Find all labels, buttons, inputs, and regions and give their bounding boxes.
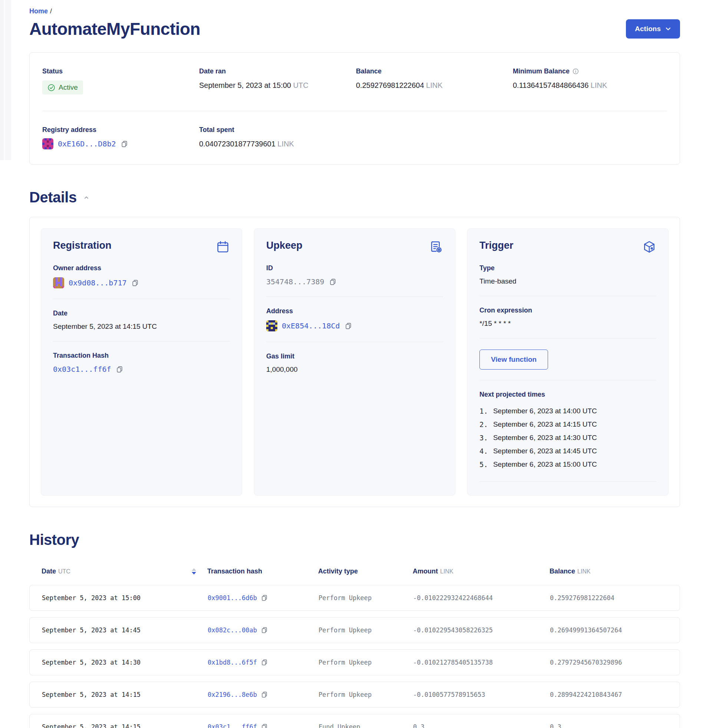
history-heading: History [29, 532, 79, 548]
title-row: AutomateMyFunction Actions [29, 19, 680, 39]
gas-limit-field: Gas limit 1,000,000 [266, 352, 443, 374]
projected-time-item: 3.September 6, 2023 at 14:30 UTC [479, 431, 656, 445]
divider [266, 342, 443, 342]
owner-identicon [53, 277, 64, 288]
table-row: September 5, 2023 at 14:30 0x1bd8...6f5f… [29, 649, 680, 675]
copy-icon[interactable] [344, 322, 352, 330]
owner-address-label: Owner address [53, 264, 230, 272]
row-transaction-hash: 0x082c...00ab [208, 627, 318, 634]
column-header-date[interactable]: DateUTC [42, 568, 207, 575]
transaction-hash-link[interactable]: 0x03c1...ff6f [208, 723, 257, 728]
date-ran-field: Date ran September 5, 2023 at 15:00 UTC [199, 68, 356, 94]
copy-icon[interactable] [131, 279, 139, 287]
copy-icon[interactable] [120, 140, 128, 148]
details-heading: Details [29, 189, 77, 206]
row-activity-type: Perform Upkeep [318, 627, 413, 634]
gas-limit-value: 1,000,000 [266, 365, 443, 374]
divider [266, 296, 443, 297]
registration-date-label: Date [53, 309, 230, 317]
owner-address-link[interactable]: 0x9d08...b717 [69, 278, 127, 287]
document-gear-icon [429, 240, 443, 254]
owner-address-field: Owner address 0x9d08...b717 [53, 264, 230, 288]
projected-time-item: 4.September 6, 2023 at 14:45 UTC [479, 445, 656, 458]
trigger-type-field: Type Time-based [479, 264, 656, 285]
row-activity-type: Fund Upkeep [318, 723, 413, 728]
transaction-hash-label: Transaction Hash [53, 352, 230, 360]
copy-icon[interactable] [329, 278, 337, 286]
breadcrumb-home-link[interactable]: Home [29, 7, 48, 15]
upkeep-address-identicon [266, 320, 277, 331]
minimum-balance-field: Minimum Balance 0.11364157484866436 LINK [513, 68, 667, 94]
trigger-type-label: Type [479, 264, 656, 272]
trigger-type-value: Time-based [479, 277, 656, 285]
transaction-hash-link[interactable]: 0x9001...6d6b [208, 594, 257, 602]
row-activity-type: Perform Upkeep [318, 691, 413, 698]
transaction-hash-link[interactable]: 0x082c...00ab [208, 627, 257, 634]
row-date: September 5, 2023 at 14:30 [42, 659, 208, 666]
row-date: September 5, 2023 at 14:45 [42, 627, 208, 634]
row-balance: 0.28994224210843467 [550, 691, 680, 698]
sort-icon[interactable] [191, 568, 197, 575]
row-date: September 5, 2023 at 14:15 [42, 723, 208, 728]
row-balance: 0.3 [550, 723, 680, 728]
row-amount: -0.010212785405135738 [413, 659, 550, 666]
minimum-balance-value: 0.11364157484866436 LINK [513, 81, 667, 90]
row-amount: -0.010229543058226325 [413, 627, 550, 634]
trigger-title: Trigger [479, 240, 514, 251]
upkeep-card: Upkeep ID 354748...7389 A [254, 228, 455, 495]
page-content: Home/ AutomateMyFunction Actions Status … [0, 0, 706, 728]
transaction-hash-link[interactable]: 0x1bd8...6f5f [208, 659, 257, 666]
details-collapse-button[interactable] [82, 193, 91, 202]
view-function-button[interactable]: View function [479, 350, 548, 370]
transaction-hash-link[interactable]: 0x03c1...ff6f [53, 365, 111, 374]
calendar-icon [216, 240, 230, 254]
upkeep-address-field: Address 0xE854...18Cd [266, 307, 443, 331]
copy-icon[interactable] [261, 659, 268, 666]
history-table-header: DateUTC Transaction hash Activity type A… [29, 568, 680, 575]
row-amount: -0.0100577578915653 [413, 691, 550, 698]
breadcrumb: Home/ [29, 7, 680, 15]
copy-icon[interactable] [261, 691, 268, 698]
registry-address-link[interactable]: 0xE16D...D8b2 [58, 139, 116, 148]
copy-icon[interactable] [261, 723, 268, 728]
chevron-up-icon [84, 195, 89, 201]
next-projected-times-list: 1.September 6, 2023 at 14:00 UTC2.Septem… [479, 404, 656, 471]
divider [53, 299, 230, 299]
registration-card: Registration Owner address 0x9d08...b717 [41, 228, 242, 495]
column-header-balance: BalanceLINK [550, 568, 680, 575]
row-transaction-hash: 0x03c1...ff6f [208, 723, 318, 728]
trigger-card: Trigger Type Time-based Cron expression … [467, 228, 668, 495]
transaction-hash-field: Transaction Hash 0x03c1...ff6f [53, 352, 230, 374]
status-label: Status [42, 68, 199, 75]
column-header-transaction-hash: Transaction hash [207, 568, 318, 575]
registration-date-value: September 5, 2023 at 14:15 UTC [53, 322, 230, 331]
row-transaction-hash: 0x2196...8e6b [208, 691, 318, 698]
registry-address-label: Registry address [42, 126, 199, 134]
row-activity-type: Perform Upkeep [318, 594, 413, 602]
cron-expression-label: Cron expression [479, 306, 656, 314]
copy-icon[interactable] [261, 627, 268, 634]
registry-address-field: Registry address 0xE16D...D8b2 [42, 126, 199, 149]
divider [479, 296, 656, 296]
chevron-down-icon [665, 26, 671, 32]
row-transaction-hash: 0x9001...6d6b [208, 594, 318, 602]
copy-icon[interactable] [261, 594, 268, 602]
total-spent-value: 0.04072301877739601 LINK [199, 140, 667, 148]
upkeep-address-link[interactable]: 0xE854...18Cd [282, 321, 340, 330]
actions-button[interactable]: Actions [626, 19, 680, 39]
upkeep-address-label: Address [266, 307, 443, 315]
date-ran-value: September 5, 2023 at 15:00 UTC [199, 81, 356, 90]
status-card-row-2: Registry address 0xE16D...D8b2 Total spe… [42, 126, 667, 149]
copy-icon[interactable] [116, 365, 123, 373]
actions-button-label: Actions [635, 25, 661, 33]
row-balance: 0.26949991364507264 [550, 627, 680, 634]
status-field: Status Active [42, 68, 199, 94]
projected-time-item: 5.September 6, 2023 at 15:00 UTC [479, 458, 656, 471]
upkeep-id-field: ID 354748...7389 [266, 264, 443, 286]
transaction-hash-link[interactable]: 0x2196...8e6b [208, 691, 257, 698]
history-section-head: History [29, 532, 680, 548]
upkeep-title: Upkeep [266, 240, 302, 251]
status-card-divider [42, 111, 667, 111]
info-circle-icon[interactable] [573, 68, 579, 75]
check-circle-icon [48, 84, 55, 91]
